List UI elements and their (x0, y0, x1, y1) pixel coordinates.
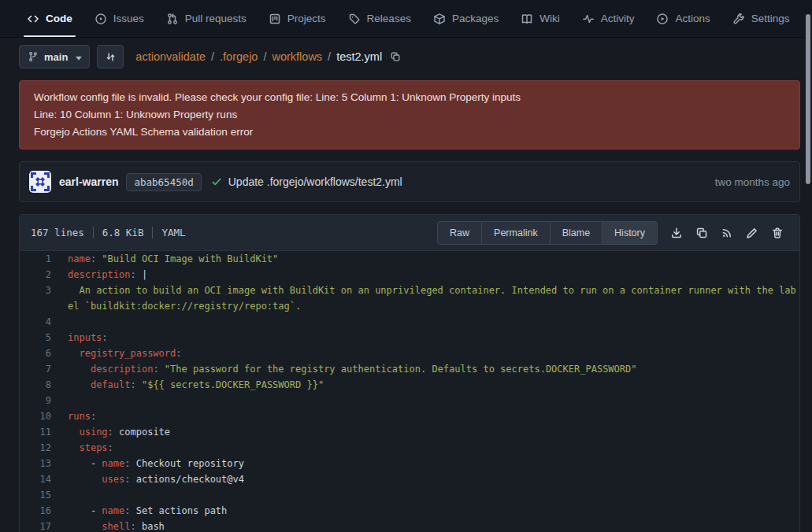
blame-button[interactable]: Blame (550, 221, 603, 245)
file-meta: 167 lines6.8 KiBYAML (31, 227, 186, 238)
scrollbar-thumb[interactable] (806, 14, 810, 184)
line-content: using: composite (51, 424, 799, 440)
play-circle-icon (656, 13, 669, 25)
rss-icon[interactable] (714, 222, 740, 244)
code-line: 4 (20, 314, 799, 330)
commit-sha[interactable]: abab65450d (126, 173, 201, 191)
breadcrumb-segment[interactable]: workflows (272, 50, 322, 63)
history-button[interactable]: History (602, 221, 658, 245)
breadcrumb-separator: / (328, 50, 331, 63)
line-number[interactable]: 15 (20, 487, 51, 503)
nav-tab-label: Issues (113, 13, 144, 24)
code-line: 7 description: "The password for the reg… (20, 361, 799, 377)
code-line: 1name: "Build OCI Image with BuildKit" (20, 251, 799, 267)
line-number[interactable]: 12 (20, 440, 51, 456)
line-number[interactable]: 8 (20, 377, 51, 393)
nav-tab-activity[interactable]: Activity (571, 0, 646, 37)
error-line: Forgejo Actions YAML Schema validation e… (34, 124, 785, 141)
breadcrumb-segment[interactable]: actionvalidate (135, 50, 206, 63)
repo-nav: CodeIssuesPull requestsProjectsReleasesP… (0, 0, 812, 38)
line-number[interactable]: 11 (20, 424, 51, 440)
line-number[interactable]: 10 (20, 408, 51, 424)
line-content: shell: bash (51, 519, 799, 532)
breadcrumb-segment[interactable]: .forgejo (220, 50, 258, 63)
page-scrollbar[interactable] (805, 0, 810, 532)
line-number[interactable]: 6 (20, 345, 51, 361)
compare-button[interactable] (97, 45, 124, 68)
line-number[interactable]: 13 (20, 456, 51, 471)
download-icon[interactable] (664, 222, 689, 244)
line-number[interactable]: 4 (20, 314, 51, 330)
line-content: description: "The password for the regis… (51, 361, 799, 377)
edit-icon[interactable] (740, 222, 765, 244)
nav-tab-issues[interactable]: Issues (83, 0, 155, 37)
commit-author[interactable]: earl-warren (59, 175, 118, 188)
line-number[interactable]: 5 (20, 330, 51, 345)
wrench-icon (732, 13, 745, 25)
branch-name: main (44, 51, 68, 63)
nav-tab-label: Packages (452, 13, 499, 24)
book-icon (521, 13, 533, 25)
nav-tab-label: Activity (601, 13, 635, 24)
nav-tab-code[interactable]: Code (16, 0, 83, 37)
nav-tab-label: Releases (367, 13, 411, 24)
code-line: 12 steps: (20, 440, 799, 456)
file-view-buttons: RawPermalinkBlameHistory (437, 221, 658, 245)
breadcrumb-segment: test2.yml (336, 50, 382, 63)
line-number[interactable]: 2 (20, 267, 51, 283)
avatar[interactable] (29, 171, 51, 193)
nav-tab-label: Projects (287, 13, 326, 24)
nav-tab-actions[interactable]: Actions (645, 0, 721, 37)
nav-tab-label: Actions (675, 13, 710, 24)
commit-time: two months ago (715, 176, 790, 188)
nav-tab-settings[interactable]: Settings (721, 0, 801, 37)
issue-icon (95, 13, 107, 25)
line-number[interactable]: 9 (20, 393, 51, 408)
file-header: 167 lines6.8 KiBYAML RawPermalinkBlameHi… (20, 215, 799, 251)
nav-tab-releases[interactable]: Releases (337, 0, 422, 37)
commit-status-check-icon[interactable] (211, 176, 222, 187)
copy-icon[interactable] (689, 222, 714, 244)
compare-icon (105, 51, 117, 63)
line-number[interactable]: 14 (20, 471, 51, 487)
breadcrumb-separator: / (211, 50, 214, 63)
file-action-icons (664, 222, 790, 244)
line-number[interactable]: 16 (20, 503, 51, 519)
code-line: 2description: | (20, 267, 799, 283)
code-line: 17 shell: bash (20, 519, 799, 532)
file-view: 167 lines6.8 KiBYAML RawPermalinkBlameHi… (19, 214, 800, 532)
code-line: 9 (20, 393, 799, 408)
raw-button[interactable]: Raw (437, 221, 482, 245)
repo-nav-tabs: CodeIssuesPull requestsProjectsReleasesP… (16, 0, 801, 37)
nav-tab-pull-requests[interactable]: Pull requests (155, 0, 258, 37)
tag-icon (348, 13, 361, 25)
line-number[interactable]: 17 (20, 519, 51, 532)
line-content (51, 487, 799, 503)
nav-tab-label: Wiki (539, 13, 560, 24)
line-content: - name: Set actions path (51, 503, 799, 519)
file-meta-item: YAML (161, 227, 185, 238)
nav-tab-wiki[interactable]: Wiki (510, 0, 571, 37)
line-number[interactable]: 3 (20, 283, 51, 314)
code-line: 11 using: composite (20, 424, 799, 440)
line-number[interactable]: 7 (20, 361, 51, 377)
copy-path-icon[interactable] (390, 51, 401, 62)
line-content: steps: (51, 440, 799, 456)
branch-selector[interactable]: main (19, 45, 90, 68)
code-view: 1name: "Build OCI Image with BuildKit"2d… (20, 251, 799, 532)
line-number[interactable]: 1 (20, 251, 51, 267)
nav-tab-packages[interactable]: Packages (422, 0, 510, 37)
nav-tab-projects[interactable]: Projects (258, 0, 337, 37)
latest-commit: earl-warren abab65450d Update .forgejo/w… (19, 161, 800, 202)
line-content (51, 393, 799, 408)
commit-message[interactable]: Update .forgejo/workflows/test2.yml (228, 175, 402, 188)
code-icon (27, 13, 39, 25)
code-line: 6 registry_password: (20, 345, 799, 361)
pulse-icon (582, 13, 595, 25)
chevron-down-icon (73, 53, 81, 61)
delete-icon[interactable] (765, 222, 790, 244)
line-content: default: "${{ secrets.DOCKER_PASSWORD }}… (51, 377, 799, 393)
line-content: registry_password: (51, 345, 799, 361)
code-line: 15 (20, 487, 799, 503)
permalink-button[interactable]: Permalink (481, 221, 551, 245)
